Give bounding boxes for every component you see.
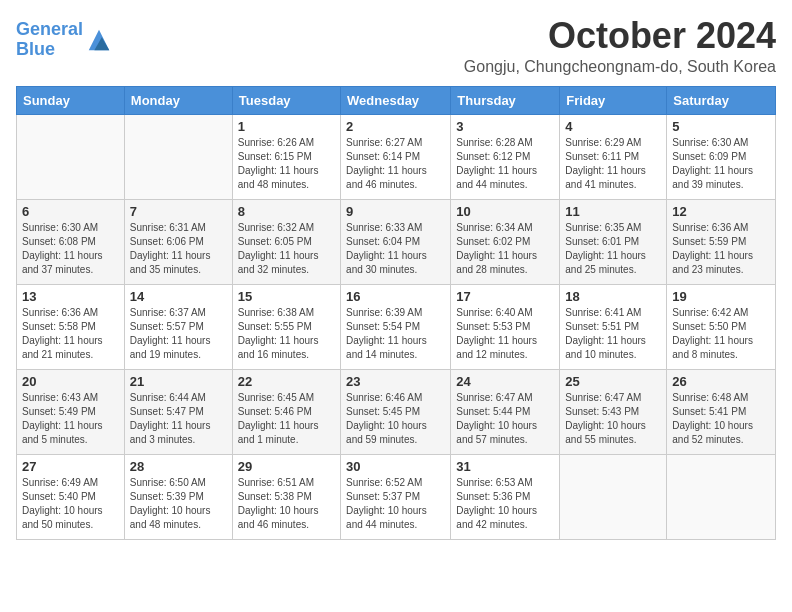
calendar-cell: 20Sunrise: 6:43 AMSunset: 5:49 PMDayligh…: [17, 369, 125, 454]
day-number: 6: [22, 204, 119, 219]
weekday-header-row: SundayMondayTuesdayWednesdayThursdayFrid…: [17, 86, 776, 114]
day-detail: Sunrise: 6:32 AMSunset: 6:05 PMDaylight:…: [238, 221, 335, 277]
day-detail: Sunrise: 6:40 AMSunset: 5:53 PMDaylight:…: [456, 306, 554, 362]
page-header: General Blue October 2024 Gongju, Chungc…: [16, 16, 776, 76]
day-detail: Sunrise: 6:30 AMSunset: 6:09 PMDaylight:…: [672, 136, 770, 192]
day-number: 18: [565, 289, 661, 304]
day-detail: Sunrise: 6:38 AMSunset: 5:55 PMDaylight:…: [238, 306, 335, 362]
day-detail: Sunrise: 6:48 AMSunset: 5:41 PMDaylight:…: [672, 391, 770, 447]
calendar-cell: 29Sunrise: 6:51 AMSunset: 5:38 PMDayligh…: [232, 454, 340, 539]
day-detail: Sunrise: 6:42 AMSunset: 5:50 PMDaylight:…: [672, 306, 770, 362]
weekday-header-thursday: Thursday: [451, 86, 560, 114]
day-detail: Sunrise: 6:31 AMSunset: 6:06 PMDaylight:…: [130, 221, 227, 277]
calendar-cell: 10Sunrise: 6:34 AMSunset: 6:02 PMDayligh…: [451, 199, 560, 284]
day-number: 24: [456, 374, 554, 389]
day-number: 7: [130, 204, 227, 219]
calendar-cell: 21Sunrise: 6:44 AMSunset: 5:47 PMDayligh…: [124, 369, 232, 454]
title-section: October 2024 Gongju, Chungcheongnam-do, …: [464, 16, 776, 76]
calendar-cell: 11Sunrise: 6:35 AMSunset: 6:01 PMDayligh…: [560, 199, 667, 284]
day-number: 4: [565, 119, 661, 134]
day-detail: Sunrise: 6:46 AMSunset: 5:45 PMDaylight:…: [346, 391, 445, 447]
day-number: 2: [346, 119, 445, 134]
day-number: 26: [672, 374, 770, 389]
calendar-cell: 3Sunrise: 6:28 AMSunset: 6:12 PMDaylight…: [451, 114, 560, 199]
day-detail: Sunrise: 6:26 AMSunset: 6:15 PMDaylight:…: [238, 136, 335, 192]
day-detail: Sunrise: 6:27 AMSunset: 6:14 PMDaylight:…: [346, 136, 445, 192]
calendar-cell: 24Sunrise: 6:47 AMSunset: 5:44 PMDayligh…: [451, 369, 560, 454]
day-detail: Sunrise: 6:36 AMSunset: 5:59 PMDaylight:…: [672, 221, 770, 277]
day-detail: Sunrise: 6:30 AMSunset: 6:08 PMDaylight:…: [22, 221, 119, 277]
day-number: 27: [22, 459, 119, 474]
week-row-1: 6Sunrise: 6:30 AMSunset: 6:08 PMDaylight…: [17, 199, 776, 284]
day-detail: Sunrise: 6:45 AMSunset: 5:46 PMDaylight:…: [238, 391, 335, 447]
calendar-cell: 1Sunrise: 6:26 AMSunset: 6:15 PMDaylight…: [232, 114, 340, 199]
day-detail: Sunrise: 6:28 AMSunset: 6:12 PMDaylight:…: [456, 136, 554, 192]
calendar-cell: 8Sunrise: 6:32 AMSunset: 6:05 PMDaylight…: [232, 199, 340, 284]
calendar-cell: 16Sunrise: 6:39 AMSunset: 5:54 PMDayligh…: [341, 284, 451, 369]
day-number: 23: [346, 374, 445, 389]
day-detail: Sunrise: 6:50 AMSunset: 5:39 PMDaylight:…: [130, 476, 227, 532]
calendar-cell: 17Sunrise: 6:40 AMSunset: 5:53 PMDayligh…: [451, 284, 560, 369]
day-detail: Sunrise: 6:33 AMSunset: 6:04 PMDaylight:…: [346, 221, 445, 277]
logo: General Blue: [16, 20, 113, 60]
calendar-cell: 22Sunrise: 6:45 AMSunset: 5:46 PMDayligh…: [232, 369, 340, 454]
day-number: 16: [346, 289, 445, 304]
calendar-cell: 2Sunrise: 6:27 AMSunset: 6:14 PMDaylight…: [341, 114, 451, 199]
calendar-cell: [17, 114, 125, 199]
calendar-cell: 4Sunrise: 6:29 AMSunset: 6:11 PMDaylight…: [560, 114, 667, 199]
day-detail: Sunrise: 6:43 AMSunset: 5:49 PMDaylight:…: [22, 391, 119, 447]
calendar-cell: [667, 454, 776, 539]
week-row-2: 13Sunrise: 6:36 AMSunset: 5:58 PMDayligh…: [17, 284, 776, 369]
day-detail: Sunrise: 6:34 AMSunset: 6:02 PMDaylight:…: [456, 221, 554, 277]
day-number: 8: [238, 204, 335, 219]
weekday-header-wednesday: Wednesday: [341, 86, 451, 114]
day-detail: Sunrise: 6:53 AMSunset: 5:36 PMDaylight:…: [456, 476, 554, 532]
weekday-header-monday: Monday: [124, 86, 232, 114]
day-number: 9: [346, 204, 445, 219]
day-detail: Sunrise: 6:39 AMSunset: 5:54 PMDaylight:…: [346, 306, 445, 362]
weekday-header-sunday: Sunday: [17, 86, 125, 114]
calendar-cell: 12Sunrise: 6:36 AMSunset: 5:59 PMDayligh…: [667, 199, 776, 284]
weekday-header-tuesday: Tuesday: [232, 86, 340, 114]
logo-icon: [85, 26, 113, 54]
day-number: 14: [130, 289, 227, 304]
day-number: 30: [346, 459, 445, 474]
week-row-3: 20Sunrise: 6:43 AMSunset: 5:49 PMDayligh…: [17, 369, 776, 454]
calendar-cell: 31Sunrise: 6:53 AMSunset: 5:36 PMDayligh…: [451, 454, 560, 539]
calendar-cell: [560, 454, 667, 539]
day-detail: Sunrise: 6:44 AMSunset: 5:47 PMDaylight:…: [130, 391, 227, 447]
week-row-0: 1Sunrise: 6:26 AMSunset: 6:15 PMDaylight…: [17, 114, 776, 199]
day-detail: Sunrise: 6:36 AMSunset: 5:58 PMDaylight:…: [22, 306, 119, 362]
calendar-cell: 9Sunrise: 6:33 AMSunset: 6:04 PMDaylight…: [341, 199, 451, 284]
day-detail: Sunrise: 6:47 AMSunset: 5:43 PMDaylight:…: [565, 391, 661, 447]
day-detail: Sunrise: 6:51 AMSunset: 5:38 PMDaylight:…: [238, 476, 335, 532]
calendar-cell: [124, 114, 232, 199]
weekday-header-saturday: Saturday: [667, 86, 776, 114]
calendar-cell: 30Sunrise: 6:52 AMSunset: 5:37 PMDayligh…: [341, 454, 451, 539]
day-detail: Sunrise: 6:52 AMSunset: 5:37 PMDaylight:…: [346, 476, 445, 532]
calendar-cell: 6Sunrise: 6:30 AMSunset: 6:08 PMDaylight…: [17, 199, 125, 284]
day-detail: Sunrise: 6:35 AMSunset: 6:01 PMDaylight:…: [565, 221, 661, 277]
day-number: 20: [22, 374, 119, 389]
month-title: October 2024: [464, 16, 776, 56]
day-number: 3: [456, 119, 554, 134]
day-detail: Sunrise: 6:49 AMSunset: 5:40 PMDaylight:…: [22, 476, 119, 532]
calendar-cell: 28Sunrise: 6:50 AMSunset: 5:39 PMDayligh…: [124, 454, 232, 539]
day-number: 17: [456, 289, 554, 304]
calendar-cell: 15Sunrise: 6:38 AMSunset: 5:55 PMDayligh…: [232, 284, 340, 369]
calendar-table: SundayMondayTuesdayWednesdayThursdayFrid…: [16, 86, 776, 540]
calendar-cell: 5Sunrise: 6:30 AMSunset: 6:09 PMDaylight…: [667, 114, 776, 199]
day-number: 29: [238, 459, 335, 474]
location-subtitle: Gongju, Chungcheongnam-do, South Korea: [464, 58, 776, 76]
calendar-cell: 7Sunrise: 6:31 AMSunset: 6:06 PMDaylight…: [124, 199, 232, 284]
calendar-cell: 18Sunrise: 6:41 AMSunset: 5:51 PMDayligh…: [560, 284, 667, 369]
day-detail: Sunrise: 6:41 AMSunset: 5:51 PMDaylight:…: [565, 306, 661, 362]
day-number: 12: [672, 204, 770, 219]
calendar-cell: 27Sunrise: 6:49 AMSunset: 5:40 PMDayligh…: [17, 454, 125, 539]
day-number: 1: [238, 119, 335, 134]
day-number: 13: [22, 289, 119, 304]
day-number: 28: [130, 459, 227, 474]
day-number: 21: [130, 374, 227, 389]
logo-blue: Blue: [16, 39, 55, 59]
calendar-cell: 19Sunrise: 6:42 AMSunset: 5:50 PMDayligh…: [667, 284, 776, 369]
